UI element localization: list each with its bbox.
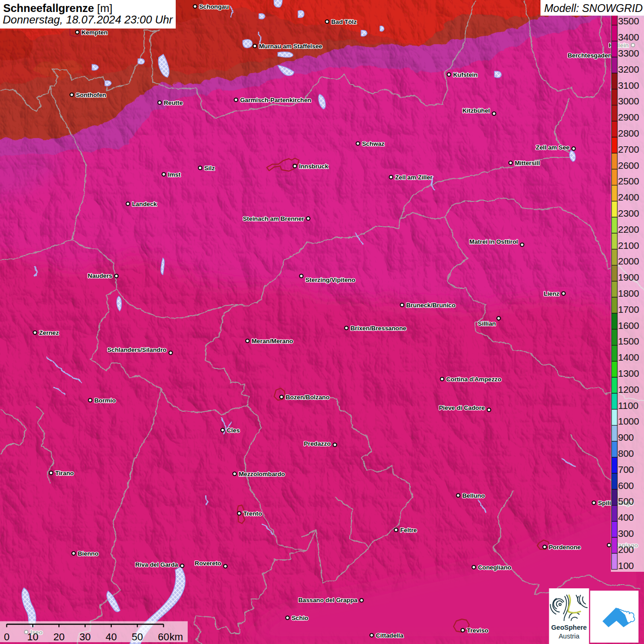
svg-text:Cles: Cles [227,427,240,434]
svg-text:600: 600 [618,480,634,491]
svg-text:0: 0 [4,631,9,643]
svg-text:Mittersill: Mittersill [515,160,540,167]
svg-text:Belluno: Belluno [462,492,485,499]
svg-text:Bormio: Bormio [94,397,116,404]
svg-text:km: km [170,631,183,643]
svg-text:Schio: Schio [292,615,308,621]
svg-text:10: 10 [27,631,38,643]
svg-text:800: 800 [618,448,634,459]
svg-text:Austria: Austria [558,632,580,640]
svg-text:Silz: Silz [204,165,215,172]
svg-text:2800: 2800 [618,128,639,138]
svg-text:3000: 3000 [618,96,639,106]
svg-text:Murnau am Staffelsee: Murnau am Staffelsee [259,43,322,50]
svg-text:Schongau: Schongau [199,3,229,10]
svg-text:Feltre: Feltre [400,527,417,534]
svg-text:Bozen/Bolzano: Bozen/Bolzano [286,394,329,401]
svg-text:Nauders: Nauders [88,272,112,279]
svg-text:3400: 3400 [618,32,639,42]
svg-text:50: 50 [132,631,143,643]
svg-text:700: 700 [618,464,634,475]
svg-text:Schneefallgrenze [m]: Schneefallgrenze [m] [3,2,112,14]
svg-text:200: 200 [618,544,634,555]
svg-text:2300: 2300 [618,208,639,218]
svg-text:40: 40 [106,631,117,643]
svg-text:1600: 1600 [618,320,639,331]
svg-text:Schlanders/Silandro: Schlanders/Silandro [107,346,167,353]
svg-text:1400: 1400 [618,352,639,362]
svg-text:1300: 1300 [618,368,639,379]
svg-text:Cortina d'Ampezzo: Cortina d'Ampezzo [446,376,501,383]
svg-text:Bruneck/Brunico: Bruneck/Brunico [406,302,455,309]
svg-text:2200: 2200 [618,224,639,235]
svg-text:Tirano: Tirano [55,470,74,477]
svg-text:Treviso: Treviso [467,627,489,634]
svg-text:2700: 2700 [618,144,639,155]
svg-text:Predazzo: Predazzo [304,440,331,447]
svg-text:900: 900 [618,432,634,443]
svg-text:2600: 2600 [618,160,639,171]
svg-text:3100: 3100 [618,80,639,91]
svg-text:1500: 1500 [618,336,639,346]
svg-text:Zell am See: Zell am See [536,144,569,151]
svg-text:Imst: Imst [168,171,181,178]
svg-text:2100: 2100 [618,240,639,251]
svg-text:Modell: SNOWGRID: Modell: SNOWGRID [544,2,643,14]
svg-text:Lienz: Lienz [544,290,559,297]
svg-text:Riva del Garda: Riva del Garda [135,561,178,568]
svg-text:2400: 2400 [618,192,639,202]
svg-text:Meran/Merano: Meran/Merano [252,338,293,345]
svg-text:Sonthofen: Sonthofen [76,92,106,98]
svg-text:1100: 1100 [618,400,638,411]
svg-text:Sillian: Sillian [478,320,496,327]
svg-text:Schwaz: Schwaz [362,140,385,147]
svg-text:100: 100 [618,560,634,571]
svg-text:Berchtesgaden: Berchtesgaden [568,52,612,59]
svg-text:Sterzing/Vipiteno: Sterzing/Vipiteno [305,276,355,283]
svg-text:Garmisch-Partenkirchen: Garmisch-Partenkirchen [240,97,311,104]
svg-text:1800: 1800 [618,288,639,299]
svg-text:Pieve di Cadore: Pieve di Cadore [439,404,485,411]
svg-text:Mezzolombardo: Mezzolombardo [239,471,285,477]
svg-text:30: 30 [80,631,91,643]
svg-text:2000: 2000 [618,256,639,266]
svg-text:2500: 2500 [618,176,639,186]
svg-text:Kempten: Kempten [81,29,108,36]
svg-text:Trento: Trento [243,510,262,517]
svg-text:Rovereto: Rovereto [195,560,221,567]
svg-text:Donnerstag, 18.07.2024 23:00 U: Donnerstag, 18.07.2024 23:00 Uhr [3,13,173,26]
svg-text:Innsbruck: Innsbruck [299,163,328,170]
svg-text:1700: 1700 [618,304,639,315]
svg-text:500: 500 [618,496,634,506]
svg-text:Landeck: Landeck [132,201,157,207]
svg-text:3500: 3500 [618,16,639,26]
svg-text:Conegliano: Conegliano [478,564,511,571]
svg-text:Pordenone: Pordenone [549,544,581,551]
svg-text:Bad Tölz: Bad Tölz [331,18,357,25]
svg-text:Zernez: Zernez [39,329,59,336]
svg-text:1900: 1900 [618,272,639,282]
svg-text:1000: 1000 [618,416,639,426]
svg-text:Cittadella: Cittadella [376,632,403,639]
svg-text:60: 60 [158,631,169,643]
svg-text:Reutte: Reutte [164,99,183,106]
svg-text:3200: 3200 [618,64,639,75]
svg-text:Zell am Ziller: Zell am Ziller [395,174,432,181]
svg-text:3300: 3300 [618,48,639,58]
svg-text:Kitzbühel: Kitzbühel [462,107,490,114]
svg-text:Bienno: Bienno [78,550,98,557]
svg-text:400: 400 [618,512,634,523]
svg-text:Kufstein: Kufstein [453,71,477,78]
svg-text:300: 300 [618,528,634,539]
svg-text:Matrei in Osttirol: Matrei in Osttirol [469,238,518,245]
svg-text:Steinach am Brenner: Steinach am Brenner [243,215,304,222]
svg-text:20: 20 [53,631,64,643]
svg-text:Bassano del Grappa: Bassano del Grappa [298,597,357,604]
svg-text:GeoSphere: GeoSphere [551,624,586,631]
svg-text:2900: 2900 [618,112,639,122]
svg-text:1200: 1200 [618,384,639,395]
svg-text:Brixen/Bressanone: Brixen/Bressanone [351,325,406,332]
